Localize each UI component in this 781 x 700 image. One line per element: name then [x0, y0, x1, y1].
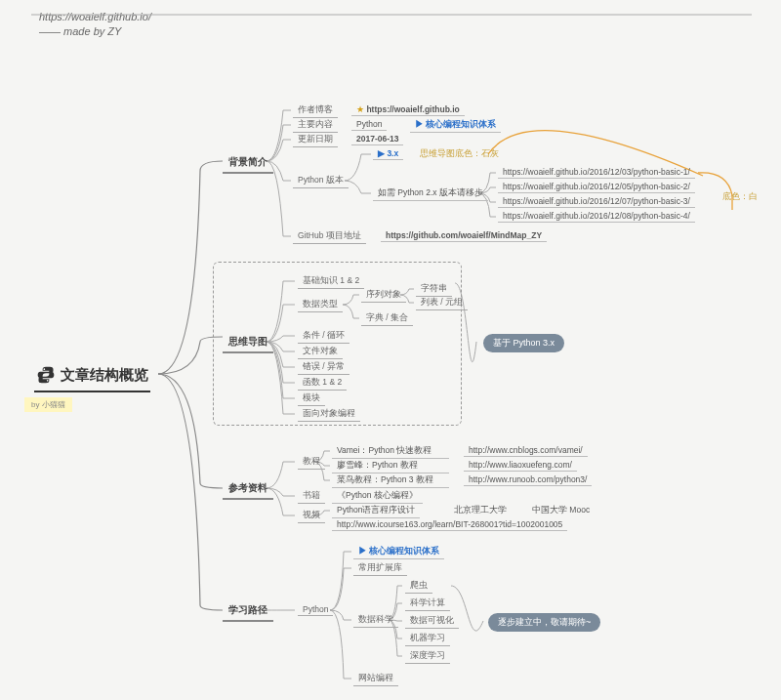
lp-ds-0: 爬虫: [405, 579, 432, 594]
annotation-right: 底色：白: [722, 190, 758, 203]
header: https://woaielf.github.io/ —— made by ZY: [39, 10, 151, 40]
ref-t2-url[interactable]: http://www.runoob.com/python3/: [464, 474, 592, 486]
label-update-date: 更新日期: [293, 133, 338, 147]
mm-cond: 条件 / 循环: [298, 329, 349, 344]
mm-mod: 模块: [298, 391, 325, 406]
lp-ds-3: 机器学习: [405, 632, 450, 646]
header-credit: —— made by ZY: [39, 24, 151, 39]
lp-web: 网站编程: [353, 672, 398, 686]
v2-link-0[interactable]: https://woaielf.github.io/2016/12/03/pyt…: [498, 166, 695, 179]
badge-learning: 逐步建立中，敬请期待~: [488, 613, 600, 632]
label-pyver: Python 版本: [293, 174, 349, 188]
mm-seq: 序列对象: [361, 288, 406, 303]
label-github: GitHub 项目地址: [293, 229, 366, 244]
section-background: 背景简介: [223, 152, 273, 174]
val-pyver-note: 如需 Python 2.x 版本请移步: [373, 186, 488, 201]
mm-basic: 基础知识 1 & 2: [298, 274, 364, 289]
val-pyver-3: ▶ 3.x: [373, 147, 403, 160]
v2-link-3[interactable]: https://woaielf.github.io/2016/12/08/pyt…: [498, 210, 695, 223]
section-mindmap: 思维导图: [223, 332, 273, 353]
lp-ext: 常用扩展库: [353, 561, 407, 576]
ref-video-url[interactable]: http://www.icourse163.org/learn/BIT-2680…: [332, 518, 567, 531]
star-icon: ★: [356, 104, 366, 114]
ref-book: 书籍: [298, 489, 325, 504]
lp-ds-2: 数据可视化: [405, 614, 459, 629]
ref-t1-url[interactable]: http://www.liaoxuefeng.com/: [464, 459, 577, 472]
mm-list: 列表 / 元组: [416, 296, 468, 310]
val-update-date: 2017-06-13: [351, 133, 403, 145]
v2-link-2[interactable]: https://woaielf.github.io/2016/12/07/pyt…: [498, 195, 695, 208]
author-credit: by 小猫猫: [24, 397, 72, 412]
v2-link-1[interactable]: https://woaielf.github.io/2016/12/05/pyt…: [498, 181, 695, 193]
val-author-blog[interactable]: ★ https://woaielf.github.io: [351, 103, 465, 116]
ref-t0-name: Vamei：Python 快速教程: [332, 444, 449, 459]
annotation-bg: 思维导图底色：石灰: [420, 147, 499, 160]
lp-ds: 数据科学: [353, 613, 398, 628]
val-main-content-2: ▶ 核心编程知识体系: [410, 118, 501, 133]
ref-tutorial: 教程: [298, 455, 325, 470]
lp-ds-1: 科学计算: [405, 597, 450, 611]
ref-t1-name: 廖雪峰：Python 教程: [332, 459, 449, 474]
mm-file: 文件对象: [298, 345, 343, 359]
mm-func: 函数 1 & 2: [298, 376, 347, 391]
mm-str: 字符串: [416, 282, 452, 297]
lp-python: Python: [298, 603, 333, 616]
mm-datatype: 数据类型: [298, 298, 343, 312]
ref-t0-url[interactable]: http://www.cnblogs.com/vamei/: [464, 444, 588, 457]
mm-err: 错误 / 异常: [298, 360, 349, 375]
ref-video-u1: 北京理工大学: [449, 504, 512, 517]
ref-video-u2: 中国大学 Mooc: [527, 504, 595, 517]
badge-py3: 基于 Python 3.x: [483, 334, 564, 352]
ref-video-val: Python语言程序设计: [332, 504, 420, 518]
ref-book-val: 《Python 核心编程》: [332, 489, 423, 504]
mm-oop: 面向对象编程: [298, 407, 360, 422]
python-icon: [36, 365, 56, 385]
section-learning: 学习路径: [223, 600, 273, 622]
section-references: 参考资料: [223, 478, 273, 500]
lp-core: ▶ 核心编程知识体系: [353, 545, 444, 559]
val-github[interactable]: https://github.com/woaielf/MindMap_ZY: [381, 229, 547, 242]
ref-video: 视频: [298, 509, 325, 523]
root-node: 文章结构概览: [34, 361, 150, 392]
label-main-content: 主要内容: [293, 118, 338, 133]
root-title: 文章结构概览: [61, 366, 148, 385]
mm-dict: 字典 / 集合: [361, 311, 413, 326]
label-author-blog: 作者博客: [293, 103, 338, 118]
header-url[interactable]: https://woaielf.github.io/: [39, 10, 151, 24]
val-main-content-1: Python: [351, 118, 387, 131]
ref-t2-name: 菜鸟教程：Python 3 教程: [332, 474, 449, 488]
lp-ds-4: 深度学习: [405, 649, 450, 664]
